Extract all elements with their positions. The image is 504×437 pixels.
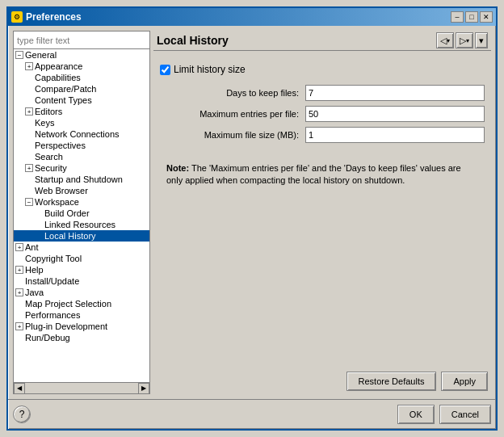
back-dropdown-icon[interactable]: ▾ [447, 37, 450, 44]
tree-label-workspace: Workspace [35, 197, 79, 207]
tree-label-security: Security [35, 163, 67, 173]
restore-apply-row: Restore Defaults Apply [153, 368, 491, 394]
right-panel: Local History ◁ ▾ ▷ ▾ ▾ [153, 31, 491, 394]
expand-help[interactable]: + [15, 266, 23, 274]
expand-ant[interactable]: + [15, 243, 23, 251]
note-box: Note: The 'Maximum entries per file' and… [160, 156, 485, 194]
nav-menu-button[interactable]: ▾ [475, 32, 488, 48]
max-entries-input[interactable] [305, 106, 485, 122]
tree-item-content-types[interactable]: Content Types [14, 95, 149, 106]
expand-workspace[interactable]: − [25, 198, 33, 206]
cancel-button[interactable]: Cancel [439, 405, 491, 424]
preferences-window: ⚙ Preferences – □ ✕ − General + [6, 6, 498, 431]
tree-item-workspace[interactable]: − Workspace [14, 196, 149, 208]
max-size-input[interactable] [305, 127, 485, 143]
tree-label-network-connections: Network Connections [35, 129, 120, 139]
ok-button[interactable]: OK [397, 405, 435, 424]
tree-label-editors: Editors [35, 107, 62, 116]
tree-item-linked-resources[interactable]: Linked Resources [14, 219, 149, 230]
expand-appearance[interactable]: + [25, 62, 33, 70]
tree-item-help[interactable]: + Help [14, 264, 149, 275]
back-icon: ◁ [440, 36, 447, 46]
tree-item-local-history[interactable]: Local History [14, 230, 149, 242]
tree-label-appearance: Appearance [35, 61, 82, 71]
tree-label-keys: Keys [35, 118, 54, 128]
tree-item-startup-shutdown[interactable]: Startup and Shutdown [14, 174, 149, 185]
scroll-left-arrow[interactable]: ◀ [14, 383, 25, 394]
tree-item-map-project-selection[interactable]: Map Project Selection [14, 298, 149, 309]
max-size-field-row: Maximum file size (MB): [160, 127, 485, 143]
tree-item-security[interactable]: + Security [14, 162, 149, 174]
days-input[interactable] [305, 85, 485, 101]
title-bar-buttons: – □ ✕ [451, 11, 493, 23]
max-size-label: Maximum file size (MB): [160, 130, 305, 140]
window-title: Preferences [26, 11, 82, 23]
expand-plugin-development[interactable]: + [15, 322, 23, 330]
tree-item-capabilities[interactable]: Capabilities [14, 72, 149, 83]
limit-history-row: Limit history size [160, 64, 485, 75]
tree-label-copyright-tool: Copyright Tool [25, 254, 82, 263]
tree-item-editors[interactable]: + Editors [14, 106, 149, 117]
scroll-track[interactable] [25, 383, 138, 393]
tree-label-local-history: Local History [44, 231, 96, 241]
tree-label-capabilities: Capabilities [35, 73, 81, 82]
tree-label-search: Search [35, 152, 63, 162]
tree-item-web-browser[interactable]: Web Browser [14, 185, 149, 196]
left-panel: − General + Appearance Capabilities [13, 31, 150, 394]
expand-java[interactable]: + [15, 288, 23, 296]
tree-item-keys[interactable]: Keys [14, 117, 149, 128]
tree-item-plugin-development[interactable]: + Plug-in Development [14, 321, 149, 332]
tree-label-ant: Ant [25, 242, 39, 252]
expand-security[interactable]: + [25, 164, 33, 172]
forward-dropdown-icon[interactable]: ▾ [466, 37, 469, 44]
help-button[interactable]: ? [13, 405, 31, 423]
maximize-button[interactable]: □ [465, 11, 478, 23]
tree-label-install-update: Install/Update [25, 276, 79, 286]
filter-input[interactable] [14, 32, 149, 49]
bottom-bar: ? OK Cancel [8, 399, 496, 429]
horizontal-scrollbar[interactable]: ◀ ▶ [14, 382, 149, 393]
forward-icon: ▷ [460, 36, 466, 46]
tree-label-performances: Performances [25, 310, 80, 320]
tree-item-performances[interactable]: Performances [14, 309, 149, 321]
tree-label-run-debug: Run/Debug [25, 333, 70, 342]
days-label: Days to keep files: [160, 88, 305, 98]
tree-label-compare-patch: Compare/Patch [35, 84, 96, 94]
apply-button[interactable]: Apply [441, 372, 488, 391]
limit-history-checkbox[interactable] [160, 65, 170, 75]
tree-item-copyright-tool[interactable]: Copyright Tool [14, 253, 149, 264]
tree-label-web-browser: Web Browser [35, 186, 88, 195]
tree-item-perspectives[interactable]: Perspectives [14, 140, 149, 151]
tree-label-perspectives: Perspectives [35, 141, 86, 150]
days-field-row: Days to keep files: [160, 85, 485, 101]
tree-label-plugin-development: Plug-in Development [25, 321, 107, 331]
tree-item-appearance[interactable]: + Appearance [14, 61, 149, 72]
close-button[interactable]: ✕ [480, 11, 493, 23]
tree-item-general[interactable]: − General [14, 49, 149, 61]
content-area: − General + Appearance Capabilities [8, 26, 496, 399]
minimize-button[interactable]: – [451, 11, 464, 23]
note-text: The 'Maximum entries per file' and the '… [166, 163, 461, 185]
title-bar-left: ⚙ Preferences [11, 11, 82, 23]
nav-forward-button[interactable]: ▷ ▾ [456, 32, 473, 48]
tree-item-search[interactable]: Search [14, 151, 149, 162]
tree-item-ant[interactable]: + Ant [14, 242, 149, 253]
tree-item-java[interactable]: + Java [14, 287, 149, 298]
expand-general[interactable]: − [15, 51, 23, 59]
tree-item-compare-patch[interactable]: Compare/Patch [14, 83, 149, 95]
tree-item-run-debug[interactable]: Run/Debug [14, 332, 149, 343]
expand-editors[interactable]: + [25, 107, 33, 116]
max-entries-label: Maximum entries per file: [160, 109, 305, 119]
tree-item-build-order[interactable]: Build Order [14, 208, 149, 219]
tree-item-network-connections[interactable]: Network Connections [14, 128, 149, 140]
bottom-left: ? [13, 405, 393, 424]
limit-history-label: Limit history size [174, 64, 246, 75]
menu-arrow-icon: ▾ [479, 36, 484, 46]
tree-label-java: Java [25, 288, 44, 297]
scroll-right-arrow[interactable]: ▶ [138, 383, 149, 394]
restore-defaults-button[interactable]: Restore Defaults [346, 372, 437, 391]
tree-container[interactable]: − General + Appearance Capabilities [14, 49, 149, 382]
nav-buttons: ◁ ▾ ▷ ▾ ▾ [436, 32, 488, 48]
nav-back-button[interactable]: ◁ ▾ [436, 32, 454, 48]
tree-item-install-update[interactable]: Install/Update [14, 275, 149, 287]
